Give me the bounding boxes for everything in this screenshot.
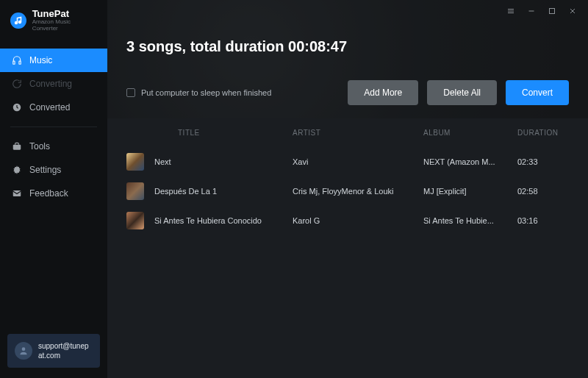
sidebar-item-tools[interactable]: Tools: [0, 135, 107, 158]
sleep-checkbox-row[interactable]: Put computer to sleep when finished: [126, 88, 271, 97]
mail-icon: [12, 188, 22, 199]
support-email: support@tunep at.com: [38, 341, 89, 360]
convert-button[interactable]: Convert: [506, 80, 569, 105]
sidebar-item-feedback[interactable]: Feedback: [0, 182, 107, 205]
sidebar-item-label: Tools: [29, 141, 50, 151]
table-row[interactable]: Si Antes Te Hubiera Conocido Karol G Si …: [126, 206, 569, 235]
track-duration: 02:58: [517, 187, 569, 196]
delete-all-button[interactable]: Delete All: [427, 80, 497, 105]
svg-point-8: [22, 347, 26, 351]
avatar-icon: [15, 342, 32, 360]
maximize-icon[interactable]: [547, 6, 557, 16]
gear-icon: [12, 165, 22, 175]
col-duration: DURATION: [517, 129, 569, 137]
sidebar-item-music[interactable]: Music: [0, 49, 107, 72]
close-icon[interactable]: [567, 6, 578, 16]
svg-rect-5: [13, 145, 21, 150]
support-card[interactable]: support@tunep at.com: [7, 334, 100, 368]
svg-point-1: [18, 21, 21, 23]
sidebar-item-label: Settings: [29, 165, 61, 175]
sidebar-item-label: Converting: [29, 79, 72, 89]
brand-title: TunePat: [32, 9, 97, 19]
summary-text: 3 songs, total duration 00:08:47: [126, 0, 569, 55]
minimize-icon[interactable]: [526, 6, 537, 16]
svg-rect-2: [13, 61, 15, 64]
support-email-line1: support@tunep: [38, 341, 89, 351]
svg-point-0: [15, 21, 17, 24]
col-album: ALBUM: [423, 129, 512, 137]
sidebar-item-settings[interactable]: Settings: [0, 158, 107, 182]
sidebar-item-label: Music: [29, 55, 52, 65]
col-title: TITLE: [154, 129, 287, 137]
track-album: MJ [Explicit]: [423, 187, 512, 196]
track-title: Después De La 1: [154, 187, 287, 196]
support-email-line2: at.com: [38, 351, 89, 360]
album-art-icon: [126, 182, 144, 200]
track-list: TITLE ARTIST ALBUM DURATION Next Xavi NE…: [107, 118, 588, 378]
nav: Music Converting Converted Tools Setting…: [0, 49, 107, 205]
sidebar-item-label: Feedback: [29, 188, 68, 199]
track-title: Si Antes Te Hubiera Conocido: [154, 216, 287, 225]
sidebar-item-label: Converted: [29, 102, 70, 113]
main: 3 songs, total duration 00:08:47 Put com…: [107, 0, 588, 378]
sidebar: TunePat Amazon Music Converter Music Con…: [0, 0, 107, 378]
brand-subtitle: Amazon Music Converter: [32, 19, 97, 32]
table-header: TITLE ARTIST ALBUM DURATION: [126, 118, 569, 147]
app-logo-icon: [10, 13, 26, 29]
track-album: NEXT (Amazon M...: [423, 157, 512, 166]
clock-icon: [12, 102, 22, 113]
sidebar-item-converting[interactable]: Converting: [0, 72, 107, 96]
album-art-icon: [126, 212, 144, 229]
window-controls: [506, 6, 578, 16]
track-artist: Karol G: [293, 216, 417, 225]
sidebar-item-converted[interactable]: Converted: [0, 96, 107, 119]
svg-rect-3: [19, 61, 21, 64]
hero: 3 songs, total duration 00:08:47 Put com…: [107, 0, 588, 118]
track-album: Si Antes Te Hubie...: [423, 216, 512, 225]
sleep-label: Put computer to sleep when finished: [141, 88, 271, 97]
headphones-icon: [12, 55, 22, 65]
album-art-icon: [126, 153, 144, 171]
track-title: Next: [154, 157, 287, 166]
track-artist: Cris Mj, FloyyMenor & Louki: [293, 187, 417, 196]
divider: [10, 126, 97, 127]
track-artist: Xavi: [293, 157, 417, 166]
add-more-button[interactable]: Add More: [348, 80, 418, 105]
refresh-icon: [12, 79, 22, 89]
track-duration: 03:16: [517, 216, 569, 225]
col-artist: ARTIST: [293, 129, 417, 137]
menu-icon[interactable]: [506, 6, 516, 16]
track-duration: 02:33: [517, 157, 569, 166]
table-row[interactable]: Después De La 1 Cris Mj, FloyyMenor & Lo…: [126, 176, 569, 206]
svg-rect-13: [550, 9, 555, 14]
table-row[interactable]: Next Xavi NEXT (Amazon M... 02:33: [126, 147, 569, 176]
brand: TunePat Amazon Music Converter: [0, 0, 107, 43]
sleep-checkbox[interactable]: [126, 88, 135, 97]
toolbox-icon: [12, 141, 22, 151]
